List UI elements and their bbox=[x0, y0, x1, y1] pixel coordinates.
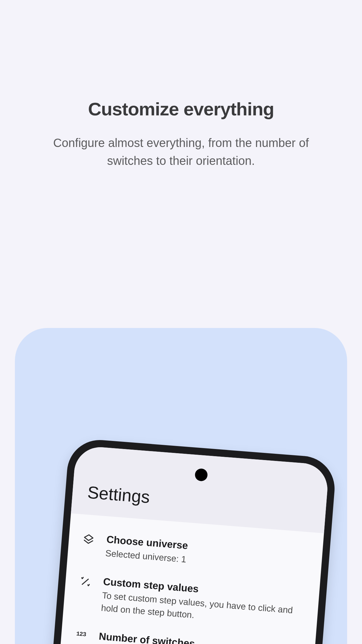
promo-title: Customize everything bbox=[0, 98, 362, 120]
phone-mockup: Settings Choose universe Selected univer… bbox=[25, 438, 337, 644]
num123-icon: 123 bbox=[71, 630, 91, 638]
wand-icon bbox=[75, 575, 95, 588]
settings-list: Choose universe Selected universe: 1 Cus… bbox=[49, 513, 324, 644]
layers-icon bbox=[78, 533, 98, 546]
promo-subtitle: Configure almost everything, from the nu… bbox=[0, 134, 362, 170]
svg-marker-0 bbox=[84, 535, 93, 541]
screen-title: Settings bbox=[87, 482, 312, 520]
